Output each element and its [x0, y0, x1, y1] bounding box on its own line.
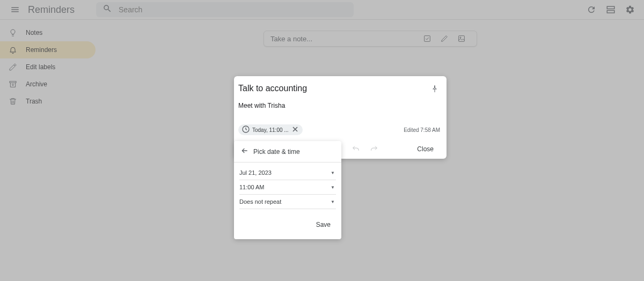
repeat-field[interactable]: Does not repeat ▼	[239, 195, 336, 209]
back-button[interactable]	[240, 146, 249, 157]
note-body[interactable]: Meet with Trisha	[238, 102, 440, 109]
dropdown-icon: ▼	[331, 185, 335, 190]
date-value: Jul 21, 2023	[239, 169, 272, 176]
close-button[interactable]: Close	[406, 140, 444, 158]
repeat-value: Does not repeat	[239, 198, 281, 205]
note-title[interactable]: Talk to accounting	[238, 84, 429, 93]
datetime-popover: Pick date & time Jul 21, 2023 ▼ 11:00 AM…	[234, 141, 341, 239]
dropdown-icon: ▼	[331, 199, 335, 204]
chip-remove-button[interactable]	[291, 125, 299, 135]
pin-button[interactable]	[429, 84, 440, 97]
undo-button	[347, 142, 365, 157]
clock-icon	[241, 125, 250, 135]
dropdown-icon: ▼	[331, 171, 335, 175]
edited-timestamp: Edited 7:58 AM	[404, 127, 440, 133]
redo-button	[365, 142, 383, 157]
chip-label: Today, 11:00 ...	[252, 127, 289, 133]
reminder-chip[interactable]: Today, 11:00 ...	[238, 124, 303, 135]
time-value: 11:00 AM	[239, 184, 264, 190]
date-field[interactable]: Jul 21, 2023 ▼	[239, 166, 336, 180]
save-button[interactable]: Save	[312, 219, 335, 231]
time-field[interactable]: 11:00 AM ▼	[239, 180, 336, 195]
popover-title: Pick date & time	[253, 148, 300, 156]
